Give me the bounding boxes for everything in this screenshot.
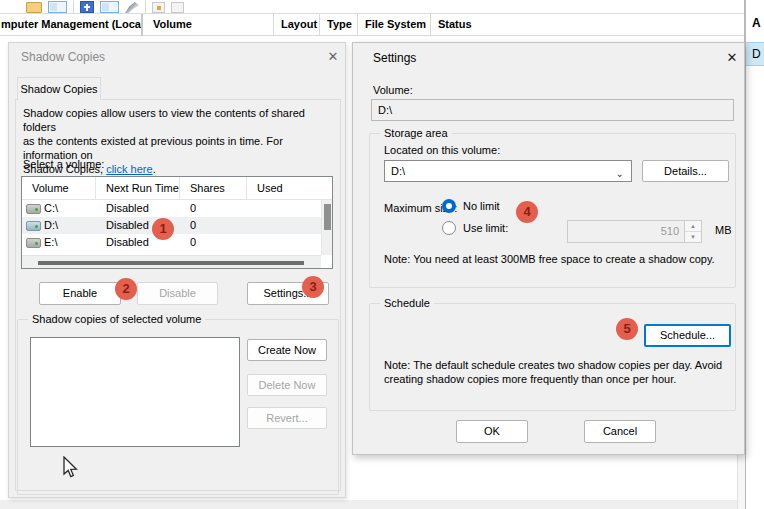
mouse-cursor (62, 456, 80, 480)
description-suffix: . (153, 163, 156, 175)
group-title: Storage area (380, 127, 452, 139)
schedule-group: Schedule Schedule... Note: The default s… (369, 303, 736, 411)
spinner-buttons: ▲ ▼ (684, 221, 701, 242)
actions-pane-header: A (752, 16, 761, 30)
group-title: Schedule (380, 297, 434, 309)
cell-volume: D:\ (44, 217, 58, 234)
group-title: Shadow copies of selected volume (28, 313, 205, 325)
tab-shadow-copies[interactable]: Shadow Copies (17, 77, 101, 100)
cancel-button[interactable]: Cancel (584, 420, 656, 443)
column-header-status[interactable]: Status (431, 14, 764, 36)
scrollbar-thumb[interactable] (324, 204, 331, 230)
create-now-button[interactable]: Create Now (247, 339, 327, 361)
drive-icon (26, 204, 41, 214)
storage-note: Note: You need at least 300MB free space… (384, 252, 728, 266)
revert-button[interactable]: Revert... (247, 407, 327, 429)
tree-root-label[interactable]: mputer Management (Local (0, 14, 143, 36)
volume-label: Volume: (373, 84, 413, 96)
wrench-icon[interactable] (125, 2, 139, 13)
description-line: Shadow copies allow users to view the co… (23, 107, 305, 133)
use-limit-label: Use limit: (463, 222, 508, 234)
no-limit-radio-row: No limit (442, 199, 500, 213)
export-list-icon[interactable] (152, 2, 165, 13)
mmc-header-row: mputer Management (Local Volume Layout T… (0, 14, 764, 36)
shadow-copies-dialog: Shadow Copies ✕ Shadow Copies Shadow cop… (8, 42, 346, 498)
cell-volume: E:\ (44, 234, 57, 251)
toolbar-separator (145, 1, 146, 13)
cell-shares: 0 (180, 217, 247, 234)
table-header-used[interactable]: Used (247, 177, 332, 199)
annotation-step-2: 2 (115, 278, 137, 300)
schedule-note: Note: The default schedule creates two s… (384, 358, 724, 386)
cell-shares: 0 (180, 200, 247, 217)
spin-up-icon[interactable]: ▲ (685, 221, 701, 232)
folder-icon[interactable] (26, 2, 42, 13)
settings-dialog: Settings ✕ Volume: D:\ Storage area Loca… (352, 42, 745, 455)
list-vertical-scrollbar[interactable] (737, 452, 745, 509)
help-icon[interactable] (171, 2, 184, 13)
dropdown-value: D:\ (391, 165, 405, 177)
details-button[interactable]: Details... (642, 160, 729, 182)
volume-table: Volume Next Run Time Shares Used C:\ Dis… (21, 176, 333, 269)
drive-icon (26, 221, 41, 231)
volume-value-field: D:\ (371, 99, 734, 121)
cell-volume: C:\ (44, 200, 58, 217)
dialog-title: Shadow Copies (21, 50, 105, 64)
limit-value: 510 (661, 221, 679, 242)
dialog-title: Settings (373, 51, 416, 65)
annotation-step-4: 4 (516, 201, 538, 223)
toolbar-separator (73, 1, 74, 13)
annotation-step-1: 1 (152, 218, 174, 240)
new-snapin-icon[interactable] (80, 1, 94, 13)
use-limit-radio[interactable] (442, 221, 456, 235)
screen: { "toolbar": { "icons": ["folder-icon","… (0, 0, 764, 509)
ok-button[interactable]: OK (456, 420, 528, 443)
console-window-icon[interactable] (48, 1, 67, 13)
located-on-volume-label: Located on this volume: (384, 144, 500, 156)
table-header-next-run-time[interactable]: Next Run Time (96, 177, 180, 199)
scrollbar-thumb[interactable] (38, 261, 304, 265)
select-volume-label: Select a volume: (23, 158, 104, 170)
volume-table-header: Volume Next Run Time Shares Used (22, 177, 332, 200)
use-limit-radio-row: Use limit: (442, 221, 508, 235)
drive-icon (26, 238, 41, 248)
cell-shares: 0 (180, 234, 247, 251)
close-icon[interactable]: ✕ (724, 50, 740, 66)
table-header-volume[interactable]: Volume (22, 177, 96, 199)
table-vertical-scrollbar[interactable] (321, 200, 332, 255)
table-row-c[interactable]: C:\ Disabled 0 (22, 200, 322, 217)
actions-pane: A D (746, 0, 764, 509)
schedule-button[interactable]: Schedule... (644, 324, 731, 347)
column-header-type[interactable]: Type (320, 14, 358, 36)
status-strip (0, 500, 744, 509)
volume-dropdown[interactable]: D:\ ⌄ (384, 160, 632, 182)
column-header-file-system[interactable]: File System (358, 14, 431, 36)
annotation-step-3: 3 (302, 276, 324, 298)
mmc-toolbar (0, 0, 764, 14)
show-window-icon[interactable] (100, 1, 119, 13)
close-icon[interactable]: ✕ (325, 49, 341, 65)
chevron-down-icon: ⌄ (616, 164, 624, 184)
storage-area-group: Storage area Located on this volume: D:\… (369, 133, 736, 288)
table-horizontal-scrollbar[interactable] (22, 255, 321, 268)
column-header-layout[interactable]: Layout (274, 14, 320, 36)
table-row-e[interactable]: E:\ Disabled 0 (22, 234, 322, 251)
annotation-step-5: 5 (616, 318, 638, 340)
limit-size-spinner[interactable]: 510 ▲ ▼ (567, 220, 702, 243)
column-header-volume[interactable]: Volume (146, 14, 274, 36)
cell-next-run-time: Disabled (96, 200, 180, 217)
delete-now-button[interactable]: Delete Now (247, 374, 327, 396)
shadow-copies-list[interactable] (30, 337, 240, 447)
mb-unit-label: MB (715, 224, 732, 236)
actions-pane-selected-item[interactable]: D (746, 42, 764, 66)
table-header-shares[interactable]: Shares (180, 177, 247, 199)
spin-down-icon[interactable]: ▼ (685, 232, 701, 242)
enable-button[interactable]: Enable (39, 282, 121, 305)
disable-button[interactable]: Disable (137, 282, 218, 305)
click-here-link[interactable]: click here (106, 163, 152, 175)
no-limit-label: No limit (463, 200, 500, 212)
no-limit-radio[interactable] (442, 199, 456, 213)
